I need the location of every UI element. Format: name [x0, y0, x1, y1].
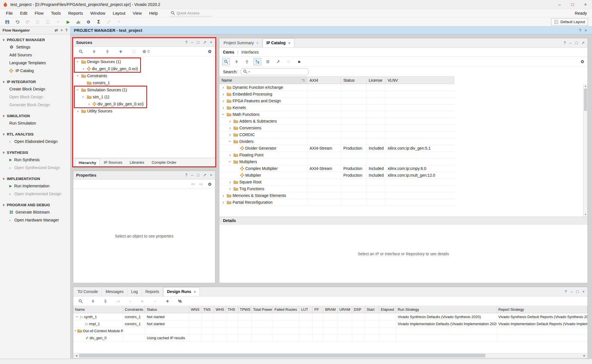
analysis-icon[interactable] [74, 18, 83, 26]
customize-icon[interactable] [274, 58, 282, 65]
column-header-whs[interactable]: WHS [214, 306, 226, 313]
column-header-axi4[interactable]: AXI4 [307, 77, 341, 84]
back-arrow-icon[interactable]: ⇦ [191, 181, 195, 187]
column-header-wns[interactable]: WNS [189, 306, 202, 313]
chevron-collapsed-icon[interactable]: › [228, 119, 232, 123]
ip-catalog-row-multiplier[interactable]: MultiplierProductionIncludedxilinx.com:i… [219, 172, 454, 179]
flownav-item-open-synthesized-design[interactable]: ›Open Synthesized Design [0, 164, 70, 172]
scroll-up-icon[interactable]: ▲ [584, 84, 587, 88]
menu-reports[interactable]: Reports [65, 9, 87, 17]
float-icon[interactable]: ↗ [203, 173, 206, 177]
ip-catalog-row-dynamic-function-exchange[interactable]: ›Dynamic Function eXchange [219, 84, 454, 91]
minimize-button[interactable]: – [553, 0, 566, 9]
chevron-collapsed-icon[interactable]: › [221, 200, 226, 205]
chevron-expanded-icon[interactable]: › [75, 314, 79, 319]
forward-arrow-icon[interactable]: ⇨ [199, 181, 203, 187]
source-tree-item-utility-sources[interactable]: ›Utility Sources [73, 107, 215, 114]
ip-catalog-row-trig-functions[interactable]: ›Trig Functions [219, 185, 454, 192]
vertical-scrollbar[interactable]: ▲ ▼ [583, 84, 587, 217]
maximize-icon[interactable]: □ [576, 290, 578, 294]
chevron-collapsed-icon[interactable]: › [87, 102, 91, 106]
minimize-icon[interactable]: – [571, 290, 573, 294]
tab-tcl-console[interactable]: Tcl Console [74, 287, 102, 296]
copy-icon[interactable] [33, 18, 42, 26]
close-icon[interactable]: × [585, 28, 587, 33]
expand-all-icon[interactable] [101, 297, 110, 305]
chevron-expanded-icon[interactable]: › [228, 159, 232, 164]
ip-catalog-row-floating-point[interactable]: ›Floating Point [219, 152, 454, 158]
chevron-collapsed-icon[interactable]: › [228, 126, 232, 130]
sources-tab-ip-sources[interactable]: IP Sources [100, 159, 126, 166]
plus-icon[interactable]: + [163, 297, 172, 305]
horizontal-scrollbar[interactable]: ◀ ▶ [74, 353, 587, 358]
help-icon[interactable]: ? [185, 173, 187, 177]
menu-flow[interactable]: Flow [31, 9, 47, 17]
scroll-left-icon[interactable]: ◀ [74, 354, 79, 358]
report-icon[interactable] [129, 48, 138, 56]
flat-view-icon[interactable] [264, 58, 272, 65]
column-header-ths[interactable]: THS [226, 306, 238, 313]
flownav-item-generate-block-design[interactable]: Generate Block Design [0, 101, 70, 109]
scrollbar-thumb[interactable] [79, 354, 485, 357]
flownav-section-header-ip-integrator[interactable]: ∨IP INTEGRATOR [0, 79, 70, 85]
source-tree-item-div-gen-0-div-gen-0-xci[interactable]: ›div_gen_0 (div_gen_0.xci) [73, 100, 215, 107]
menu-help[interactable]: Help [145, 9, 162, 17]
help-icon[interactable]: ? [564, 41, 566, 45]
flownav-section-header-rtl-analysis[interactable]: ∨RTL ANALYSIS [0, 131, 70, 137]
close-icon[interactable]: × [194, 290, 196, 294]
column-header-status[interactable]: Status [145, 306, 189, 313]
tab-project-summary[interactable]: Project Summary× [220, 38, 262, 47]
close-icon[interactable]: × [288, 41, 290, 45]
column-header-tns[interactable]: TNS [202, 306, 214, 313]
quick-access-input[interactable]: Quick Access [169, 10, 212, 16]
ip-catalog-row-kernels[interactable]: ›Kernels [219, 104, 454, 111]
skip-first-icon[interactable]: |◀ [113, 297, 122, 305]
chevron-collapsed-icon[interactable]: › [228, 153, 232, 157]
chevron-expanded-icon[interactable]: › [76, 74, 80, 78]
design-run-row-out-of-context-module-runs[interactable]: ›Out-of-Context Module Runs [73, 327, 587, 334]
cancel-icon[interactable]: × [114, 18, 123, 26]
search-icon[interactable] [76, 297, 85, 305]
float-icon[interactable]: ↗ [203, 40, 206, 45]
column-header-dsp[interactable]: DSP [352, 306, 365, 313]
close-icon[interactable]: × [210, 40, 212, 45]
ip-catalog-row-conversions[interactable]: ›Conversions [219, 125, 454, 131]
design-run-row-div-gen-0[interactable]: ✓div_gen_0Using cached IP results [73, 334, 587, 341]
chevron-collapsed-icon[interactable]: › [228, 180, 232, 184]
scrollbar-thumb[interactable] [584, 89, 587, 111]
column-header-bram[interactable]: BRAM [323, 306, 338, 313]
chevron-expanded-icon[interactable]: › [228, 139, 232, 144]
flownav-item-generate-bitstream[interactable]: Generate Bitstream [0, 208, 70, 216]
redo-icon[interactable] [23, 18, 32, 26]
source-tree-item-div-gen-0-div-gen-0-xci[interactable]: ›div_gen_0 (div_gen_0.xci) [73, 65, 215, 72]
percent-icon[interactable]: % [175, 297, 184, 305]
help-icon[interactable]: ? [579, 28, 581, 33]
expand-all-icon[interactable] [243, 58, 251, 65]
minimize-icon[interactable]: – [191, 40, 193, 45]
undo-icon[interactable] [13, 18, 22, 26]
collapse-all-icon[interactable] [233, 58, 240, 65]
menu-layout[interactable]: Layout [109, 9, 129, 17]
help-icon[interactable]: ? [65, 28, 68, 32]
step-forward-icon[interactable]: » [151, 297, 160, 305]
maximize-icon[interactable]: □ [197, 173, 199, 177]
ip-catalog-row-memories-storage-elements[interactable]: ›Memories & Storage Elements [219, 192, 454, 199]
chevron-collapsed-icon[interactable]: › [221, 85, 226, 90]
ip-catalog-row-math-functions[interactable]: ›Math Functions [219, 111, 454, 118]
column-header-elapsed[interactable]: Elapsed [379, 306, 396, 313]
menu-icon[interactable]: ≡ [60, 28, 63, 32]
gear-icon[interactable] [580, 59, 585, 64]
flownav-item-ip-catalog[interactable]: IP Catalog [0, 67, 70, 75]
float-icon[interactable]: ↗ [581, 41, 585, 45]
flownav-item-add-sources[interactable]: Add Sources [0, 51, 70, 59]
ip-catalog-row-dividers[interactable]: ›Dividers [219, 138, 454, 145]
settings-icon[interactable] [84, 18, 93, 26]
flownav-item-run-implementation[interactable]: ▶Run Implementation [0, 182, 70, 190]
flownav-item-run-simulation[interactable]: Run Simulation [0, 119, 70, 127]
source-tree-item-sim-1-1[interactable]: ›sim_1 (1) [73, 93, 215, 100]
chevron-collapsed-icon[interactable]: › [76, 109, 80, 113]
column-header-license[interactable]: License [366, 77, 385, 84]
maximize-icon[interactable]: □ [197, 40, 199, 45]
chevron-collapsed-icon[interactable]: › [221, 193, 226, 198]
source-tree-item-simulation-sources-1[interactable]: ›Simulation Sources (1) [73, 86, 215, 93]
